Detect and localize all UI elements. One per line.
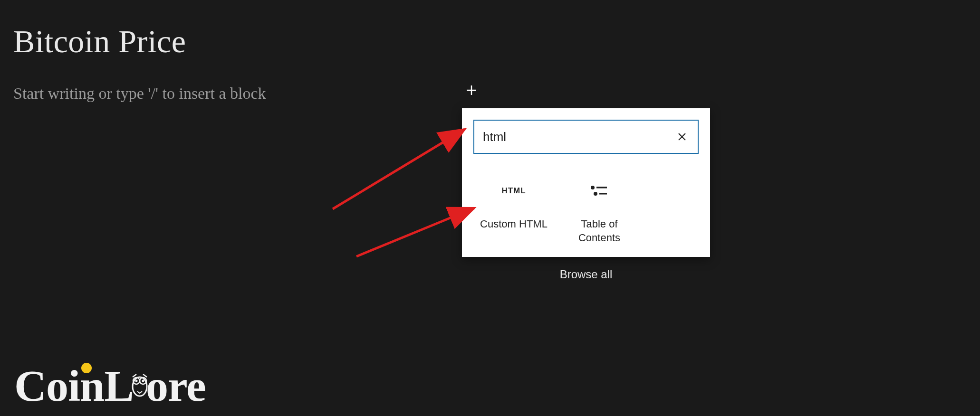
block-search-field xyxy=(473,120,699,154)
block-label: Table of Contents xyxy=(578,217,620,245)
svg-point-15 xyxy=(135,380,137,382)
clear-search-button[interactable] xyxy=(675,130,689,144)
close-icon xyxy=(676,131,688,142)
svg-point-4 xyxy=(591,186,595,189)
html-icon: HTML xyxy=(501,181,526,200)
block-item-table-of-contents[interactable]: Table of Contents xyxy=(559,178,640,248)
block-placeholder[interactable]: Start writing or type '/' to insert a bl… xyxy=(13,85,266,103)
svg-line-11 xyxy=(356,208,474,256)
annotation-arrow xyxy=(328,119,475,214)
add-block-button[interactable] xyxy=(463,82,480,99)
logo-text: ore xyxy=(146,360,206,411)
svg-rect-5 xyxy=(596,187,607,189)
svg-rect-7 xyxy=(599,193,607,195)
plus-icon xyxy=(464,83,479,97)
page-title[interactable]: Bitcoin Price xyxy=(13,23,186,60)
browse-all-link[interactable]: Browse all xyxy=(462,261,710,288)
svg-point-16 xyxy=(142,380,144,382)
block-label: Custom HTML xyxy=(480,217,548,231)
block-inserter-popover: HTML Custom HTML Table of Contents xyxy=(462,108,710,257)
block-search-input[interactable] xyxy=(483,130,675,144)
block-results: HTML Custom HTML Table of Contents xyxy=(473,178,699,248)
toc-icon xyxy=(590,181,609,200)
logo-text: L xyxy=(104,360,134,411)
svg-point-6 xyxy=(594,192,597,196)
owl-icon xyxy=(131,372,149,397)
svg-line-9 xyxy=(333,129,465,209)
block-item-custom-html[interactable]: HTML Custom HTML xyxy=(473,178,554,248)
coinlore-logo: Coin L ore xyxy=(14,360,206,411)
